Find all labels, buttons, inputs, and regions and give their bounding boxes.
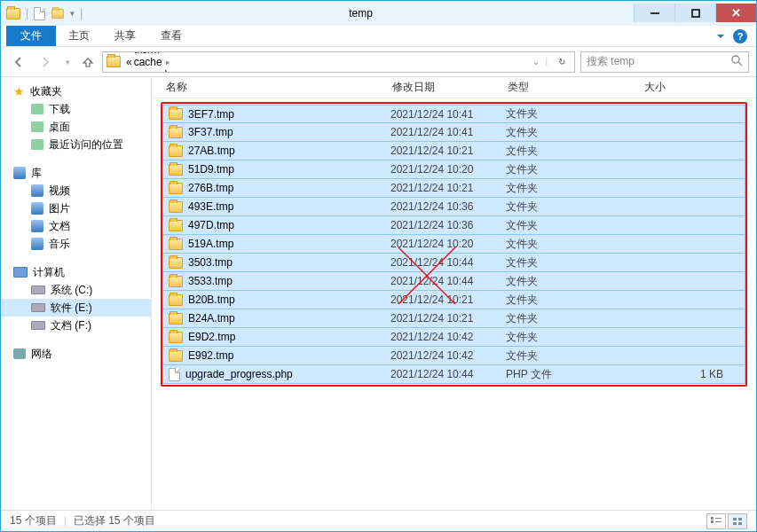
nav-up-button[interactable]	[79, 53, 97, 71]
library-icon	[31, 202, 43, 215]
computer-icon	[13, 267, 28, 278]
view-large-icons-button[interactable]	[728, 513, 747, 529]
refresh-button[interactable]: ↻	[553, 57, 571, 66]
folder-icon	[169, 257, 183, 269]
file-list[interactable]: 3EF7.tmp2021/12/24 10:41文件夹3F37.tmp2021/…	[161, 102, 747, 387]
properties-icon[interactable]	[34, 7, 45, 20]
navigation-tree[interactable]: ★收藏夹 下载桌面最近访问的位置 库 视频图片文档音乐 计算机 系统 (C:)软…	[1, 77, 152, 510]
new-folder-icon[interactable]	[51, 8, 64, 18]
search-box[interactable]: 搜索 temp	[580, 51, 749, 73]
status-bar: 15 个项目 | 已选择 15 个项目	[1, 510, 756, 531]
help-icon[interactable]: ?	[733, 29, 747, 43]
folder-icon	[169, 145, 183, 157]
folder-icon	[169, 127, 183, 138]
tree-computer[interactable]: 计算机	[1, 263, 151, 281]
tree-item[interactable]: 文档	[1, 217, 151, 235]
file-row[interactable]: 27AB.tmp2021/12/24 10:21文件夹	[162, 142, 745, 160]
arrow-up-icon	[82, 56, 94, 68]
svg-rect-11	[738, 522, 742, 525]
file-date: 2021/12/24 10:21	[390, 312, 506, 325]
tab-home[interactable]: 主页	[56, 26, 102, 46]
file-type: 文件夹	[506, 255, 602, 270]
tree-item[interactable]: 音乐	[1, 235, 151, 253]
file-row[interactable]: 3533.tmp2021/12/24 10:44文件夹	[162, 272, 745, 291]
tree-item[interactable]: 图片	[1, 200, 151, 217]
tree-item[interactable]: 视频	[1, 182, 151, 200]
file-row[interactable]: 51D9.tmp2021/12/24 10:20文件夹	[162, 160, 745, 179]
folder-icon	[169, 108, 183, 120]
folder-icon	[6, 8, 20, 20]
generic-icon	[31, 121, 43, 132]
file-size: 1 KB	[602, 368, 745, 380]
file-date: 2021/12/24 10:42	[390, 349, 506, 362]
file-type: 文件夹	[506, 274, 602, 289]
nav-back-button[interactable]	[8, 51, 29, 73]
file-row[interactable]: B20B.tmp2021/12/24 10:21文件夹	[162, 291, 745, 309]
file-row[interactable]: 519A.tmp2021/12/24 10:20文件夹	[162, 235, 745, 254]
tab-view[interactable]: 查看	[148, 26, 194, 46]
col-name[interactable]: 名称	[166, 80, 392, 95]
file-type: 文件夹	[506, 348, 602, 364]
svg-rect-4	[711, 517, 714, 520]
maximize-button[interactable]	[674, 4, 715, 22]
qat-divider: |	[80, 7, 83, 20]
qat-overflow-icon[interactable]: ▾	[70, 9, 75, 18]
column-headers[interactable]: 名称 修改日期 类型 大小	[152, 77, 756, 98]
close-button[interactable]: ✕	[715, 4, 756, 22]
file-date: 2021/12/24 10:21	[390, 145, 506, 157]
address-dropdown-icon[interactable]: ⌄	[532, 57, 540, 66]
file-row[interactable]: 497D.tmp2021/12/24 10:36文件夹	[162, 216, 745, 235]
file-type: 文件夹	[506, 218, 602, 233]
breadcrumb-segment[interactable]: cache▸	[134, 56, 190, 68]
address-box[interactable]: « WWW▸tkcrm▸cache▸upgrades▸temp▸ ⌄ | ↻	[102, 51, 575, 73]
minimize-button[interactable]	[634, 4, 674, 22]
tree-network[interactable]: 网络	[1, 345, 151, 363]
view-details-button[interactable]	[706, 513, 726, 529]
file-name: 51D9.tmp	[188, 163, 234, 176]
breadcrumb-segment[interactable]: upgrades▸	[134, 68, 190, 73]
tree-item[interactable]: 软件 (E:)	[1, 299, 151, 317]
tree-item[interactable]: 桌面	[1, 118, 151, 136]
file-row[interactable]: upgrade_progress.php2021/12/24 10:44PHP …	[162, 365, 745, 384]
file-row[interactable]: 3503.tmp2021/12/24 10:44文件夹	[162, 254, 745, 272]
tree-favorites[interactable]: ★收藏夹	[1, 82, 151, 100]
selection-count: 已选择 15 个项目	[74, 513, 155, 528]
tab-share[interactable]: 共享	[102, 26, 148, 46]
file-name: 27AB.tmp	[188, 145, 235, 157]
tree-item[interactable]: 下载	[1, 100, 151, 118]
arrow-right-icon	[38, 55, 52, 69]
col-size[interactable]: 大小	[603, 80, 692, 95]
file-row[interactable]: 3F37.tmp2021/12/24 10:41文件夹	[162, 123, 745, 142]
svg-line-1	[738, 62, 742, 66]
drive-icon	[31, 321, 45, 330]
file-type: PHP 文件	[506, 367, 602, 382]
file-row[interactable]: 3EF7.tmp2021/12/24 10:41文件夹	[162, 105, 745, 123]
file-row[interactable]: B24A.tmp2021/12/24 10:21文件夹	[162, 309, 745, 328]
file-row[interactable]: E9D2.tmp2021/12/24 10:42文件夹	[162, 328, 745, 347]
library-icon	[31, 184, 43, 197]
item-count: 15 个项目	[10, 513, 57, 528]
file-name: 497D.tmp	[188, 219, 234, 231]
file-date: 2021/12/24 10:36	[390, 219, 506, 231]
tree-item[interactable]: 系统 (C:)	[1, 281, 151, 299]
tree-item[interactable]: 最近访问的位置	[1, 136, 151, 153]
folder-icon	[169, 332, 183, 343]
file-name: 3533.tmp	[188, 275, 233, 287]
file-tab[interactable]: 文件	[6, 26, 56, 46]
file-date: 2021/12/24 10:20	[390, 238, 506, 250]
library-icon	[13, 167, 26, 179]
file-row[interactable]: 276B.tmp2021/12/24 10:21文件夹	[162, 179, 745, 198]
col-type[interactable]: 类型	[508, 80, 603, 95]
expand-ribbon-icon[interactable]	[717, 35, 724, 38]
file-row[interactable]: 493E.tmp2021/12/24 10:36文件夹	[162, 198, 745, 216]
file-name: 493E.tmp	[188, 200, 233, 213]
file-type: 文件夹	[506, 125, 602, 140]
file-row[interactable]: E992.tmp2021/12/24 10:42文件夹	[162, 347, 745, 365]
arrow-left-icon	[12, 55, 26, 69]
file-name: upgrade_progress.php	[185, 368, 293, 380]
tree-libraries[interactable]: 库	[1, 164, 151, 182]
col-date[interactable]: 修改日期	[392, 80, 508, 95]
tree-item[interactable]: 文档 (F:)	[1, 317, 151, 334]
nav-forward-button[interactable]	[35, 51, 56, 73]
nav-history-dropdown[interactable]: ▾	[61, 58, 74, 66]
